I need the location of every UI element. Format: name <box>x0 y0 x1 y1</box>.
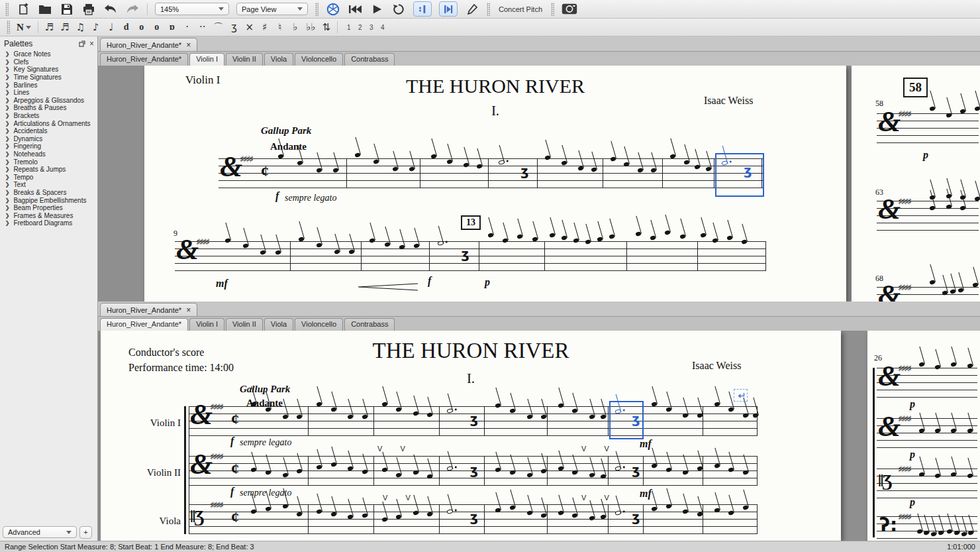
note[interactable] <box>752 413 758 418</box>
key-signature[interactable]: ♯♯♯♯ <box>898 464 910 474</box>
note[interactable] <box>929 280 935 285</box>
barline[interactable] <box>537 158 538 188</box>
expression-text[interactable]: sempre legato <box>240 437 291 448</box>
barline[interactable] <box>308 504 309 534</box>
instrument-name[interactable]: Violin I <box>124 417 181 429</box>
barline[interactable] <box>544 241 545 271</box>
rehearsal-mark[interactable]: 13 <box>461 215 481 230</box>
key-signature[interactable]: ♯♯♯♯ <box>898 196 910 207</box>
part-tab[interactable]: Huron_River_Andante* <box>100 318 188 331</box>
barline[interactable] <box>290 241 291 271</box>
barline[interactable] <box>361 241 362 271</box>
palette-item[interactable]: ❯ Fingering <box>0 142 97 150</box>
toolbar-drag-handle[interactable] <box>551 3 554 16</box>
time-signature[interactable]: ¢ <box>231 411 239 427</box>
palette-item[interactable]: ❯ Breaks & Spacers <box>0 189 97 197</box>
barline[interactable] <box>373 456 374 486</box>
part-tab[interactable]: Contrabass <box>344 318 395 331</box>
loop-out-toggle[interactable] <box>439 1 458 17</box>
palette-item[interactable]: ❯ Key Signatures <box>0 66 97 74</box>
voice-1-button[interactable]: 1 <box>344 24 353 31</box>
dynamic[interactable]: p <box>485 276 490 288</box>
dynamic[interactable]: p <box>910 398 915 410</box>
note[interactable] <box>665 230 671 235</box>
palette-item[interactable]: ❯ Tempo <box>0 174 97 182</box>
natural-icon[interactable]: ♮ <box>275 21 284 33</box>
barline[interactable] <box>662 158 663 188</box>
note[interactable] <box>609 234 614 239</box>
subtitle-place[interactable]: Gallup Park <box>240 384 290 395</box>
rest[interactable]: ʒ <box>632 511 640 524</box>
note-16th-icon[interactable]: ♫ <box>76 21 85 33</box>
note[interactable] <box>918 362 924 367</box>
toolbar-drag-handle[interactable] <box>7 21 10 34</box>
double-sharp-icon[interactable]: × <box>245 21 254 33</box>
note[interactable] <box>650 235 656 241</box>
barline[interactable] <box>643 456 644 486</box>
note-breve-icon[interactable]: ᴏ <box>152 22 161 32</box>
palette-item[interactable]: ❯ Arpeggios & Glissandos <box>0 97 97 105</box>
instrument-name[interactable]: Viola <box>124 516 181 527</box>
barline[interactable] <box>420 158 420 188</box>
rest[interactable]: ʒ <box>470 464 478 476</box>
barline[interactable] <box>484 456 485 486</box>
alto-clef[interactable]: ‖Ʒ <box>190 508 203 525</box>
tempo-text[interactable]: Andante <box>270 141 307 152</box>
part-tab[interactable]: Viola <box>264 318 293 331</box>
measure-number[interactable]: 26 <box>874 353 882 363</box>
barline[interactable] <box>703 504 703 534</box>
bowing-marks[interactable]: V V <box>383 494 418 502</box>
bowing-marks[interactable]: V V <box>377 445 413 453</box>
palette-item[interactable]: ❯ Text <box>0 181 97 189</box>
palette-item[interactable]: ❯ Fretboard Diagrams <box>0 219 97 227</box>
palette-item[interactable]: ❯ Dynamics <box>0 135 97 143</box>
key-signature[interactable]: ♯♯♯♯ <box>240 154 252 164</box>
flat-icon[interactable]: ♭ <box>291 21 299 33</box>
barline[interactable] <box>697 241 698 271</box>
palette-item[interactable]: ❯ Grace Notes <box>0 50 97 58</box>
key-signature[interactable]: ♯♯♯♯ <box>210 402 222 412</box>
instrument-name[interactable]: Violin II <box>124 467 181 478</box>
rest[interactable]: ʒ <box>632 464 640 476</box>
note[interactable] <box>550 233 556 238</box>
subtitle-place[interactable]: Gallup Park <box>261 125 311 137</box>
barline[interactable] <box>703 456 703 486</box>
composer[interactable]: Isaac Weiss <box>704 95 753 107</box>
save-button[interactable] <box>60 2 74 17</box>
key-signature[interactable]: ♯♯♯♯ <box>898 109 910 119</box>
dynamic[interactable]: p <box>923 149 928 161</box>
zoom-select[interactable]: 145% <box>155 3 229 15</box>
expression-text[interactable]: sempre legato <box>285 193 336 203</box>
augmentation-dot-icon[interactable]: · <box>183 21 191 33</box>
rewind-button[interactable] <box>348 2 362 17</box>
barline[interactable] <box>643 504 644 534</box>
time-signature[interactable]: ¢ <box>231 461 239 476</box>
toolbar-drag-handle[interactable] <box>315 3 318 16</box>
palette-item[interactable]: ❯ Noteheads <box>0 150 97 158</box>
time-signature[interactable]: ¢ <box>231 509 239 525</box>
part-tab[interactable]: Violin I <box>189 53 224 66</box>
barline[interactable] <box>308 456 309 486</box>
note[interactable] <box>562 235 567 241</box>
measure-number[interactable]: 68 <box>875 274 883 284</box>
musescore-connect-button[interactable] <box>326 2 340 17</box>
score-page[interactable]: &♯♯♯♯&♯♯♯♯‖Ʒ♯♯♯♯ʔ:♯♯♯♯26ppp <box>867 331 980 541</box>
key-signature[interactable]: ♯♯♯♯ <box>210 500 222 510</box>
score-page[interactable]: &♯♯♯♯&♯♯♯♯&♯♯♯♯5858p6368 <box>852 66 980 302</box>
dynamic[interactable]: f <box>230 435 234 447</box>
score-page[interactable]: &♯♯♯♯¢ʒʒ&♯♯♯♯¢ʒʒ‖Ʒ♯♯♯♯¢ʒʒConductor's sco… <box>101 331 841 541</box>
note-quarter-icon[interactable]: ♩ <box>107 21 115 33</box>
close-tab-icon[interactable]: × <box>186 42 191 48</box>
barline[interactable] <box>547 406 548 436</box>
barline[interactable] <box>757 504 758 534</box>
part-tab[interactable]: Huron_River_Andante* <box>100 53 188 66</box>
note-half-icon[interactable]: d <box>122 22 130 32</box>
rest-icon[interactable]: ʒ <box>230 21 238 33</box>
workspace-select[interactable]: Advanced <box>3 526 77 538</box>
palette-item[interactable]: ❯ Bagpipe Embellishments <box>0 196 97 204</box>
note[interactable] <box>700 233 706 238</box>
barline[interactable] <box>488 158 489 188</box>
note-whole-icon[interactable]: o <box>137 22 146 32</box>
sharp-icon[interactable]: ♯ <box>260 21 269 33</box>
loop-playback-button[interactable] <box>391 2 406 17</box>
